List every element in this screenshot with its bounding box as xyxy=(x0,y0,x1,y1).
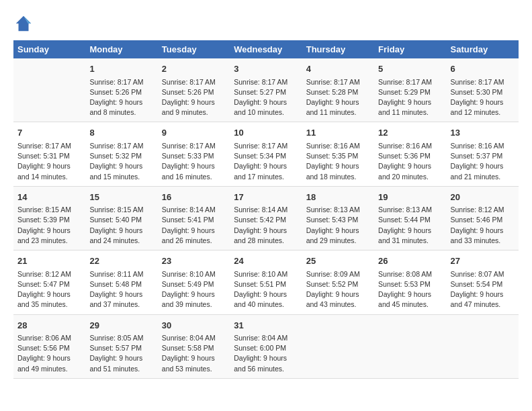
calendar-cell xyxy=(13,58,85,122)
calendar-cell: 8Sunrise: 8:17 AM Sunset: 5:32 PM Daylig… xyxy=(85,122,157,186)
day-number: 2 xyxy=(162,62,226,76)
day-number: 23 xyxy=(162,255,226,268)
day-info: Sunrise: 8:13 AM Sunset: 5:43 PM Dayligh… xyxy=(306,205,370,246)
logo xyxy=(13,13,35,34)
calendar-cell: 9Sunrise: 8:17 AM Sunset: 5:33 PM Daylig… xyxy=(158,122,230,186)
day-number: 20 xyxy=(451,191,515,204)
day-info: Sunrise: 8:07 AM Sunset: 5:54 PM Dayligh… xyxy=(451,269,515,310)
day-info: Sunrise: 8:06 AM Sunset: 5:56 PM Dayligh… xyxy=(17,333,81,374)
calendar-cell: 26Sunrise: 8:08 AM Sunset: 5:53 PM Dayli… xyxy=(374,250,446,314)
day-number: 8 xyxy=(89,126,153,140)
week-row-5: 28Sunrise: 8:06 AM Sunset: 5:56 PM Dayli… xyxy=(13,314,519,378)
calendar-cell: 29Sunrise: 8:05 AM Sunset: 5:57 PM Dayli… xyxy=(85,314,157,378)
day-info: Sunrise: 8:13 AM Sunset: 5:44 PM Dayligh… xyxy=(378,205,442,246)
day-number: 4 xyxy=(306,62,370,76)
day-info: Sunrise: 8:04 AM Sunset: 5:58 PM Dayligh… xyxy=(162,333,226,374)
day-number: 12 xyxy=(378,126,442,140)
calendar-cell: 4Sunrise: 8:17 AM Sunset: 5:28 PM Daylig… xyxy=(302,58,374,122)
day-number: 17 xyxy=(234,191,298,204)
day-number: 28 xyxy=(17,319,81,332)
day-number: 11 xyxy=(306,126,370,140)
column-header-wednesday: Wednesday xyxy=(230,40,302,58)
calendar-cell: 21Sunrise: 8:12 AM Sunset: 5:47 PM Dayli… xyxy=(13,250,85,314)
day-info: Sunrise: 8:17 AM Sunset: 5:30 PM Dayligh… xyxy=(451,77,515,118)
calendar-cell: 15Sunrise: 8:15 AM Sunset: 5:40 PM Dayli… xyxy=(85,186,157,250)
calendar-cell: 7Sunrise: 8:17 AM Sunset: 5:31 PM Daylig… xyxy=(13,122,85,186)
calendar-cell: 27Sunrise: 8:07 AM Sunset: 5:54 PM Dayli… xyxy=(447,250,519,314)
day-number: 13 xyxy=(451,126,515,140)
calendar-cell: 10Sunrise: 8:17 AM Sunset: 5:34 PM Dayli… xyxy=(230,122,302,186)
day-info: Sunrise: 8:09 AM Sunset: 5:52 PM Dayligh… xyxy=(306,269,370,310)
day-number: 15 xyxy=(89,191,153,204)
calendar-cell: 20Sunrise: 8:12 AM Sunset: 5:46 PM Dayli… xyxy=(447,186,519,250)
day-number: 29 xyxy=(89,319,153,332)
column-header-saturday: Saturday xyxy=(447,40,519,58)
calendar-cell: 3Sunrise: 8:17 AM Sunset: 5:27 PM Daylig… xyxy=(230,58,302,122)
day-number: 26 xyxy=(378,255,442,268)
day-info: Sunrise: 8:08 AM Sunset: 5:53 PM Dayligh… xyxy=(378,269,442,310)
day-number: 19 xyxy=(378,191,442,204)
calendar-cell: 28Sunrise: 8:06 AM Sunset: 5:56 PM Dayli… xyxy=(13,314,85,378)
week-row-2: 7Sunrise: 8:17 AM Sunset: 5:31 PM Daylig… xyxy=(13,122,519,186)
day-number: 25 xyxy=(306,255,370,268)
calendar-cell: 22Sunrise: 8:11 AM Sunset: 5:48 PM Dayli… xyxy=(85,250,157,314)
day-info: Sunrise: 8:17 AM Sunset: 5:26 PM Dayligh… xyxy=(89,77,153,118)
day-info: Sunrise: 8:12 AM Sunset: 5:47 PM Dayligh… xyxy=(17,269,81,310)
day-number: 27 xyxy=(451,255,515,268)
day-info: Sunrise: 8:17 AM Sunset: 5:31 PM Dayligh… xyxy=(17,141,81,182)
day-number: 22 xyxy=(89,255,153,268)
calendar-cell xyxy=(447,314,519,378)
calendar-cell: 5Sunrise: 8:17 AM Sunset: 5:29 PM Daylig… xyxy=(374,58,446,122)
day-info: Sunrise: 8:04 AM Sunset: 6:00 PM Dayligh… xyxy=(234,333,298,374)
day-number: 21 xyxy=(17,255,81,268)
day-info: Sunrise: 8:17 AM Sunset: 5:34 PM Dayligh… xyxy=(234,141,298,182)
day-info: Sunrise: 8:15 AM Sunset: 5:40 PM Dayligh… xyxy=(89,205,153,246)
day-info: Sunrise: 8:12 AM Sunset: 5:46 PM Dayligh… xyxy=(451,205,515,246)
week-row-1: 1Sunrise: 8:17 AM Sunset: 5:26 PM Daylig… xyxy=(13,58,519,122)
day-number: 3 xyxy=(234,62,298,76)
day-number: 9 xyxy=(162,126,226,140)
day-info: Sunrise: 8:14 AM Sunset: 5:41 PM Dayligh… xyxy=(162,205,226,246)
day-info: Sunrise: 8:11 AM Sunset: 5:48 PM Dayligh… xyxy=(89,269,153,310)
day-number: 24 xyxy=(234,255,298,268)
calendar-cell: 2Sunrise: 8:17 AM Sunset: 5:26 PM Daylig… xyxy=(158,58,230,122)
calendar-cell: 11Sunrise: 8:16 AM Sunset: 5:35 PM Dayli… xyxy=(302,122,374,186)
calendar-cell: 24Sunrise: 8:10 AM Sunset: 5:51 PM Dayli… xyxy=(230,250,302,314)
day-info: Sunrise: 8:16 AM Sunset: 5:35 PM Dayligh… xyxy=(306,141,370,182)
calendar-cell: 25Sunrise: 8:09 AM Sunset: 5:52 PM Dayli… xyxy=(302,250,374,314)
column-header-sunday: Sunday xyxy=(13,40,85,58)
day-info: Sunrise: 8:17 AM Sunset: 5:33 PM Dayligh… xyxy=(162,141,226,182)
calendar-cell: 18Sunrise: 8:13 AM Sunset: 5:43 PM Dayli… xyxy=(302,186,374,250)
day-info: Sunrise: 8:10 AM Sunset: 5:49 PM Dayligh… xyxy=(162,269,226,310)
column-header-monday: Monday xyxy=(85,40,157,58)
week-row-3: 14Sunrise: 8:15 AM Sunset: 5:39 PM Dayli… xyxy=(13,186,519,250)
day-info: Sunrise: 8:05 AM Sunset: 5:57 PM Dayligh… xyxy=(89,333,153,374)
calendar-cell: 19Sunrise: 8:13 AM Sunset: 5:44 PM Dayli… xyxy=(374,186,446,250)
calendar-cell: 16Sunrise: 8:14 AM Sunset: 5:41 PM Dayli… xyxy=(158,186,230,250)
calendar-cell: 17Sunrise: 8:14 AM Sunset: 5:42 PM Dayli… xyxy=(230,186,302,250)
day-info: Sunrise: 8:17 AM Sunset: 5:29 PM Dayligh… xyxy=(378,77,442,118)
day-info: Sunrise: 8:17 AM Sunset: 5:27 PM Dayligh… xyxy=(234,77,298,118)
day-number: 5 xyxy=(378,62,442,76)
day-number: 1 xyxy=(89,62,153,76)
page-header xyxy=(13,13,519,34)
calendar-cell: 12Sunrise: 8:16 AM Sunset: 5:36 PM Dayli… xyxy=(374,122,446,186)
calendar-cell: 1Sunrise: 8:17 AM Sunset: 5:26 PM Daylig… xyxy=(85,58,157,122)
day-number: 7 xyxy=(17,126,81,140)
day-number: 31 xyxy=(234,319,298,332)
day-info: Sunrise: 8:17 AM Sunset: 5:28 PM Dayligh… xyxy=(306,77,370,118)
day-info: Sunrise: 8:14 AM Sunset: 5:42 PM Dayligh… xyxy=(234,205,298,246)
calendar-cell: 13Sunrise: 8:16 AM Sunset: 5:37 PM Dayli… xyxy=(447,122,519,186)
calendar-table: SundayMondayTuesdayWednesdayThursdayFrid… xyxy=(13,40,519,379)
week-row-4: 21Sunrise: 8:12 AM Sunset: 5:47 PM Dayli… xyxy=(13,250,519,314)
logo-icon xyxy=(13,13,34,34)
calendar-cell xyxy=(302,314,374,378)
day-info: Sunrise: 8:17 AM Sunset: 5:32 PM Dayligh… xyxy=(89,141,153,182)
day-number: 18 xyxy=(306,191,370,204)
column-header-tuesday: Tuesday xyxy=(158,40,230,58)
day-number: 14 xyxy=(17,191,81,204)
column-header-thursday: Thursday xyxy=(302,40,374,58)
calendar-cell: 31Sunrise: 8:04 AM Sunset: 6:00 PM Dayli… xyxy=(230,314,302,378)
day-info: Sunrise: 8:16 AM Sunset: 5:37 PM Dayligh… xyxy=(451,141,515,182)
day-info: Sunrise: 8:15 AM Sunset: 5:39 PM Dayligh… xyxy=(17,205,81,246)
